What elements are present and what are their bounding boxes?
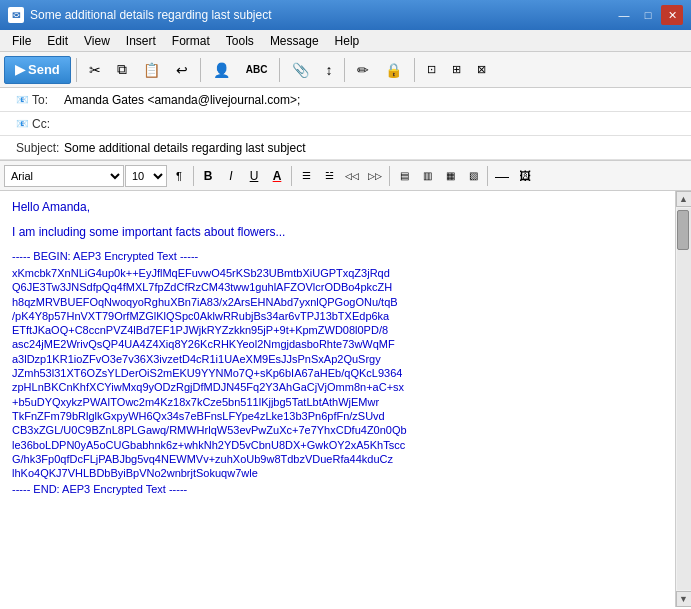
title-bar: ✉ Some additional details regarding last… [0, 0, 691, 30]
undo-button[interactable]: ↩ [169, 56, 195, 84]
bold-button[interactable]: B [197, 165, 219, 187]
italic-button[interactable]: I [220, 165, 242, 187]
body-area: Hello Amanda, I am including some import… [0, 191, 691, 607]
toolbar-separator-2 [200, 58, 201, 82]
justify-button[interactable]: ▧ [462, 165, 484, 187]
align-right-button[interactable]: ▦ [439, 165, 461, 187]
paste-icon: 📋 [143, 62, 160, 78]
indent-more-icon: ▷▷ [368, 171, 382, 181]
subject-row: Subject: [0, 136, 691, 160]
spell-check-icon: ABC [246, 64, 268, 75]
cc-label-icon: 📧 [16, 118, 28, 129]
scrollbar[interactable]: ▲ ▼ [675, 191, 691, 607]
bold-icon: B [204, 169, 213, 183]
app-icon: ✉ [8, 7, 24, 23]
insert-rule-button[interactable]: — [491, 165, 513, 187]
cc-input[interactable] [60, 114, 691, 134]
toolbar-separator-1 [76, 58, 77, 82]
encrypted-text: xKmcbk7XnNLiG4up0k++EyJflMqEFuvwO45rKSb2… [12, 266, 663, 480]
align-right-icon: ▦ [446, 170, 455, 181]
menu-tools[interactable]: Tools [218, 32, 262, 50]
more1-icon: ⊞ [452, 63, 461, 76]
maximize-button[interactable]: □ [637, 5, 659, 25]
scroll-up-arrow[interactable]: ▲ [676, 191, 692, 207]
address-book-icon: 👤 [213, 62, 230, 78]
scroll-thumb[interactable] [677, 210, 689, 250]
intro: I am including some important facts abou… [12, 224, 663, 241]
encrypt-icon: 🔒 [385, 62, 402, 78]
font-size-select[interactable]: 8 9 10 12 14 16 18 24 [125, 165, 167, 187]
close-button[interactable]: ✕ [661, 5, 683, 25]
menu-format[interactable]: Format [164, 32, 218, 50]
indent-less-button[interactable]: ◁◁ [341, 165, 363, 187]
bullets-icon: ☰ [302, 170, 311, 181]
window-controls: — □ ✕ [613, 5, 683, 25]
format-separator-3 [389, 166, 390, 186]
send-icon: ▶ [15, 62, 25, 77]
font-color-button[interactable]: A [266, 165, 288, 187]
justify-icon: ▧ [469, 170, 478, 181]
email-body[interactable]: Hello Amanda, I am including some import… [0, 191, 675, 607]
font-color-icon: A [273, 169, 282, 183]
menu-view[interactable]: View [76, 32, 118, 50]
scroll-down-arrow[interactable]: ▼ [676, 591, 692, 607]
align-center-button[interactable]: ▥ [416, 165, 438, 187]
more2-button[interactable]: ⊠ [470, 56, 493, 84]
sign-button[interactable]: ✏ [350, 56, 376, 84]
undo-icon: ↩ [176, 62, 188, 78]
toolbar-separator-4 [344, 58, 345, 82]
menu-file[interactable]: File [4, 32, 39, 50]
begin-marker: ----- BEGIN: AEP3 Encrypted Text ----- [12, 249, 663, 264]
menu-help[interactable]: Help [327, 32, 368, 50]
font-family-select[interactable]: Arial Times New Roman Courier New [4, 165, 124, 187]
format-separator-1 [193, 166, 194, 186]
numbered-icon: ☱ [325, 170, 334, 181]
scroll-track[interactable] [677, 208, 691, 590]
menu-insert[interactable]: Insert [118, 32, 164, 50]
insert-image-button[interactable]: 🖼 [514, 165, 536, 187]
address-book-button[interactable]: 👤 [206, 56, 237, 84]
align-center-icon: ▥ [423, 170, 432, 181]
indent-less-icon: ◁◁ [345, 171, 359, 181]
cc-row: 📧 Cc: [0, 112, 691, 136]
toolbar-separator-5 [414, 58, 415, 82]
subject-input[interactable] [60, 138, 691, 158]
greeting: Hello Amanda, [12, 199, 663, 216]
more1-button[interactable]: ⊞ [445, 56, 468, 84]
menu-message[interactable]: Message [262, 32, 327, 50]
attach-button[interactable]: 📎 [285, 56, 316, 84]
attach-icon: 📎 [292, 62, 309, 78]
more2-icon: ⊠ [477, 63, 486, 76]
offline-button[interactable]: ⊡ [420, 56, 443, 84]
underline-button[interactable]: U [243, 165, 265, 187]
indent-more-button[interactable]: ▷▷ [364, 165, 386, 187]
cut-icon: ✂ [89, 62, 101, 78]
encrypt-button[interactable]: 🔒 [378, 56, 409, 84]
toolbar: ▶ Send ✂ ⧉ 📋 ↩ 👤 ABC 📎 ↕ ✏ 🔒 ⊡ ⊞ ⊠ [0, 52, 691, 88]
copy-button[interactable]: ⧉ [110, 56, 134, 84]
paste-button[interactable]: 📋 [136, 56, 167, 84]
priority-button[interactable]: ↕ [318, 56, 339, 84]
align-left-button[interactable]: ▤ [393, 165, 415, 187]
send-button[interactable]: ▶ Send [4, 56, 71, 84]
underline-icon: U [250, 169, 259, 183]
to-input[interactable] [60, 90, 691, 110]
end-marker: ----- END: AEP3 Encrypted Text ----- [12, 482, 663, 497]
align-left-icon: ▤ [400, 170, 409, 181]
format-separator-2 [291, 166, 292, 186]
bullets-button[interactable]: ☰ [295, 165, 317, 187]
header-fields: 📧 To: 📧 Cc: Subject: [0, 88, 691, 161]
numbered-button[interactable]: ☱ [318, 165, 340, 187]
copy-icon: ⧉ [117, 61, 127, 78]
cut-button[interactable]: ✂ [82, 56, 108, 84]
toolbar-separator-3 [279, 58, 280, 82]
minimize-button[interactable]: — [613, 5, 635, 25]
menu-edit[interactable]: Edit [39, 32, 76, 50]
priority-icon: ↕ [325, 62, 332, 78]
cc-label: 📧 Cc: [0, 114, 60, 134]
paragraph-style-icon: ¶ [176, 170, 182, 182]
send-label: Send [28, 62, 60, 77]
format-toolbar: Arial Times New Roman Courier New 8 9 10… [0, 161, 691, 191]
paragraph-style-button[interactable]: ¶ [168, 165, 190, 187]
spell-check-button[interactable]: ABC [239, 56, 275, 84]
